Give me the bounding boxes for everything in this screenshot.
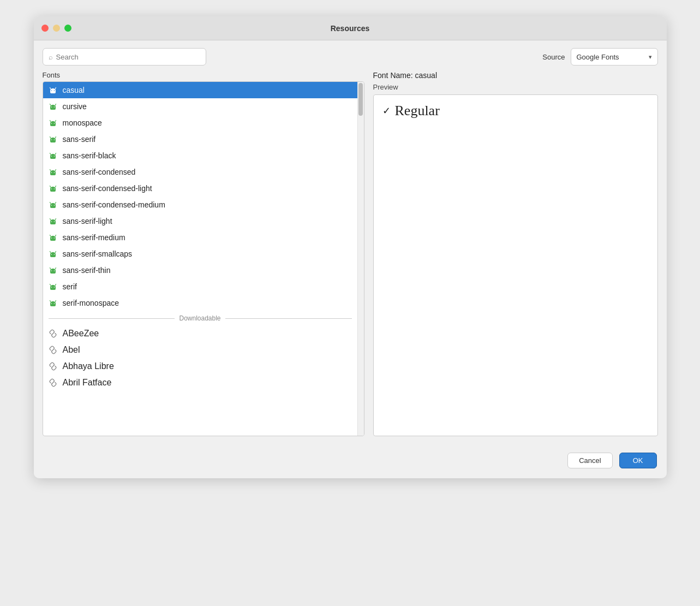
svg-rect-55 bbox=[50, 237, 56, 241]
font-list-container: casual cursive monospace sans-serif sans… bbox=[43, 81, 364, 436]
font-item-abel[interactable]: Abel bbox=[43, 342, 357, 358]
font-item-sans-serif-condensed[interactable]: sans-serif-condensed bbox=[43, 164, 357, 180]
source-value: Google Fonts bbox=[577, 53, 619, 61]
font-item-label: Abhaya Libre bbox=[63, 361, 114, 371]
font-item-sans-serif-smallcaps[interactable]: sans-serif-smallcaps bbox=[43, 246, 357, 262]
svg-rect-13 bbox=[50, 122, 56, 126]
font-item-cursive[interactable]: cursive bbox=[43, 98, 357, 115]
svg-point-20 bbox=[51, 139, 52, 140]
android-icon bbox=[49, 184, 59, 193]
font-item-sans-serif-medium[interactable]: sans-serif-medium bbox=[43, 229, 357, 246]
svg-point-27 bbox=[53, 156, 55, 157]
font-item-label: sans-serif-condensed-light bbox=[63, 184, 152, 193]
svg-line-29 bbox=[55, 153, 56, 155]
checkmark-icon: ✓ bbox=[382, 105, 391, 117]
preview-label: Preview bbox=[373, 83, 658, 91]
fonts-label: Fonts bbox=[43, 71, 364, 79]
font-item-label: sans-serif-condensed-medium bbox=[63, 200, 165, 209]
svg-point-3 bbox=[53, 90, 55, 91]
svg-point-57 bbox=[53, 237, 55, 239]
preview-box: ✓ Regular bbox=[373, 94, 658, 436]
svg-line-34 bbox=[50, 170, 51, 171]
svg-line-70 bbox=[50, 268, 51, 270]
source-label: Source bbox=[542, 53, 565, 61]
svg-point-50 bbox=[51, 221, 52, 222]
font-item-sans-serif-black[interactable]: sans-serif-black bbox=[43, 147, 357, 164]
font-item-sans-serif-light[interactable]: sans-serif-light bbox=[43, 213, 357, 229]
font-item-label: cursive bbox=[63, 102, 87, 111]
svg-point-81 bbox=[53, 303, 55, 304]
search-input[interactable] bbox=[56, 53, 200, 61]
svg-line-87 bbox=[52, 382, 54, 384]
android-icon bbox=[49, 299, 59, 307]
font-item-casual[interactable]: casual bbox=[43, 82, 357, 98]
svg-line-71 bbox=[55, 268, 56, 270]
cancel-button[interactable]: Cancel bbox=[567, 453, 612, 468]
svg-line-41 bbox=[55, 186, 56, 188]
search-box[interactable]: ⌕ bbox=[43, 48, 206, 66]
svg-point-32 bbox=[51, 172, 52, 173]
svg-rect-7 bbox=[50, 106, 56, 110]
source-dropdown[interactable]: Google Fonts ▾ bbox=[571, 48, 658, 66]
left-panel: Fonts casual cursive monospace bbox=[43, 71, 364, 436]
maximize-button[interactable] bbox=[64, 25, 71, 32]
minimize-button[interactable] bbox=[53, 25, 60, 32]
svg-point-63 bbox=[53, 254, 55, 255]
svg-point-15 bbox=[53, 123, 55, 124]
font-item-serif[interactable]: serif bbox=[43, 278, 357, 295]
svg-line-46 bbox=[50, 203, 51, 204]
svg-line-85 bbox=[52, 349, 54, 351]
android-icon bbox=[49, 102, 59, 111]
svg-rect-73 bbox=[50, 286, 56, 290]
svg-line-28 bbox=[50, 153, 51, 155]
svg-rect-37 bbox=[50, 188, 56, 192]
toolbar: ⌕ Source Google Fonts ▾ bbox=[34, 40, 667, 71]
font-item-label: Abel bbox=[63, 345, 80, 355]
font-item-label: sans-serif-light bbox=[63, 217, 112, 225]
svg-rect-19 bbox=[50, 139, 56, 142]
font-item-sans-serif-condensed-light[interactable]: sans-serif-condensed-light bbox=[43, 180, 357, 197]
svg-rect-1 bbox=[50, 90, 56, 93]
font-item-monospace[interactable]: monospace bbox=[43, 115, 357, 131]
title-bar: Resources bbox=[34, 16, 667, 40]
svg-line-83 bbox=[55, 301, 56, 302]
svg-point-14 bbox=[51, 123, 52, 124]
traffic-lights bbox=[41, 25, 71, 32]
font-item-label: sans-serif bbox=[63, 135, 96, 144]
font-item-serif-monospace[interactable]: serif-monospace bbox=[43, 295, 357, 311]
svg-point-69 bbox=[53, 270, 55, 271]
font-item-abeezee[interactable]: ABeeZee bbox=[43, 325, 357, 342]
svg-point-33 bbox=[53, 172, 55, 173]
scrollbar-thumb[interactable] bbox=[358, 83, 363, 116]
scrollbar-track[interactable] bbox=[357, 82, 364, 436]
svg-rect-25 bbox=[50, 155, 56, 159]
svg-line-10 bbox=[50, 104, 51, 106]
svg-point-9 bbox=[53, 106, 55, 108]
svg-point-2 bbox=[51, 90, 52, 91]
link-icon bbox=[49, 346, 59, 354]
android-icon bbox=[49, 118, 59, 127]
close-button[interactable] bbox=[41, 25, 49, 32]
source-row: Source Google Fonts ▾ bbox=[542, 48, 657, 66]
android-icon bbox=[49, 168, 59, 176]
font-list[interactable]: casual cursive monospace sans-serif sans… bbox=[43, 82, 357, 436]
font-item-label: sans-serif-condensed bbox=[63, 168, 136, 176]
font-item-abril-fatface[interactable]: Abril Fatface bbox=[43, 375, 357, 391]
svg-point-80 bbox=[51, 303, 52, 304]
font-item-sans-serif[interactable]: sans-serif bbox=[43, 131, 357, 147]
section-divider: Downloadable bbox=[43, 311, 357, 325]
font-item-label: sans-serif-thin bbox=[63, 266, 111, 275]
ok-button[interactable]: OK bbox=[619, 453, 657, 468]
font-item-abhaya-libre[interactable]: Abhaya Libre bbox=[43, 358, 357, 375]
android-icon bbox=[49, 217, 59, 225]
window-title: Resources bbox=[331, 24, 370, 33]
font-item-sans-serif-thin[interactable]: sans-serif-thin bbox=[43, 262, 357, 278]
svg-rect-67 bbox=[50, 270, 56, 274]
svg-line-40 bbox=[50, 186, 51, 188]
android-icon bbox=[49, 200, 59, 209]
font-item-sans-serif-condensed-medium[interactable]: sans-serif-condensed-medium bbox=[43, 197, 357, 213]
font-name-display: Font Name: casual bbox=[373, 71, 658, 80]
svg-rect-43 bbox=[50, 204, 56, 208]
svg-line-84 bbox=[52, 332, 54, 335]
svg-point-62 bbox=[51, 254, 52, 255]
